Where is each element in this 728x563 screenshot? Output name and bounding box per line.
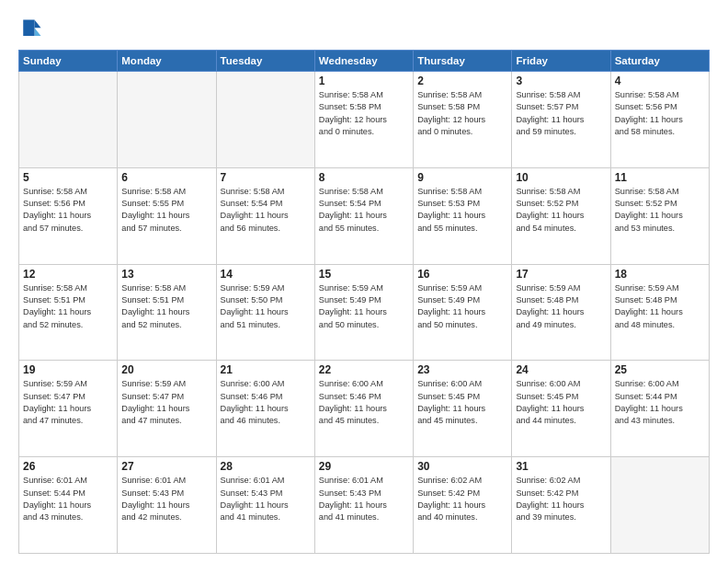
weekday-header-monday: Monday	[118, 51, 216, 72]
day-info: Sunrise: 6:01 AMSunset: 5:43 PMDaylight:…	[121, 475, 211, 523]
calendar-day-20: 20Sunrise: 5:59 AMSunset: 5:47 PMDayligh…	[118, 361, 216, 457]
day-info: Sunrise: 5:59 AMSunset: 5:49 PMDaylight:…	[417, 282, 507, 331]
svg-rect-2	[23, 20, 34, 37]
calendar-week-row: 1Sunrise: 5:58 AMSunset: 5:58 PMDaylight…	[19, 72, 710, 168]
calendar-day-empty	[118, 72, 216, 168]
day-number: 22	[319, 363, 409, 376]
calendar-day-19: 19Sunrise: 5:59 AMSunset: 5:47 PMDayligh…	[19, 361, 118, 457]
day-info: Sunrise: 5:58 AMSunset: 5:54 PMDaylight:…	[221, 186, 311, 235]
calendar-week-row: 19Sunrise: 5:59 AMSunset: 5:47 PMDayligh…	[19, 361, 710, 457]
day-number: 9	[417, 171, 507, 184]
day-number: 27	[121, 460, 211, 473]
day-info: Sunrise: 6:01 AMSunset: 5:43 PMDaylight:…	[319, 475, 409, 523]
weekday-header-saturday: Saturday	[610, 51, 709, 72]
weekday-header-tuesday: Tuesday	[216, 51, 314, 72]
day-info: Sunrise: 5:58 AMSunset: 5:54 PMDaylight:…	[319, 186, 409, 235]
day-number: 26	[23, 460, 113, 473]
day-number: 28	[221, 460, 311, 473]
day-number: 7	[221, 171, 311, 184]
day-info: Sunrise: 5:58 AMSunset: 5:51 PMDaylight:…	[23, 282, 113, 331]
day-info: Sunrise: 6:00 AMSunset: 5:46 PMDaylight:…	[221, 378, 311, 427]
calendar-day-3: 3Sunrise: 5:58 AMSunset: 5:57 PMDaylight…	[512, 72, 610, 168]
day-info: Sunrise: 6:02 AMSunset: 5:42 PMDaylight:…	[516, 475, 606, 523]
day-number: 10	[516, 171, 606, 184]
logo-icon	[18, 17, 44, 42]
calendar-week-row: 5Sunrise: 5:58 AMSunset: 5:56 PMDaylight…	[19, 167, 710, 264]
calendar-day-14: 14Sunrise: 5:59 AMSunset: 5:50 PMDayligh…	[216, 264, 314, 361]
day-number: 6	[121, 171, 211, 184]
weekday-header-sunday: Sunday	[19, 51, 118, 72]
calendar-day-31: 31Sunrise: 6:02 AMSunset: 5:42 PMDayligh…	[512, 457, 610, 554]
svg-marker-0	[35, 20, 41, 29]
weekday-header-friday: Friday	[512, 51, 610, 72]
day-info: Sunrise: 6:02 AMSunset: 5:42 PMDaylight:…	[417, 475, 507, 523]
calendar-day-16: 16Sunrise: 5:59 AMSunset: 5:49 PMDayligh…	[414, 264, 512, 361]
calendar-day-8: 8Sunrise: 5:58 AMSunset: 5:54 PMDaylight…	[314, 167, 413, 264]
svg-marker-1	[35, 28, 41, 36]
logo	[18, 17, 48, 42]
calendar-day-empty	[610, 457, 709, 554]
day-number: 17	[516, 268, 606, 281]
calendar-day-30: 30Sunrise: 6:02 AMSunset: 5:42 PMDayligh…	[414, 457, 512, 554]
day-info: Sunrise: 5:59 AMSunset: 5:48 PMDaylight:…	[516, 282, 606, 331]
calendar-day-27: 27Sunrise: 6:01 AMSunset: 5:43 PMDayligh…	[118, 457, 216, 554]
calendar-day-7: 7Sunrise: 5:58 AMSunset: 5:54 PMDaylight…	[216, 167, 314, 264]
day-number: 16	[417, 268, 507, 281]
day-number: 8	[319, 171, 409, 184]
day-number: 19	[23, 363, 113, 376]
calendar-day-9: 9Sunrise: 5:58 AMSunset: 5:53 PMDaylight…	[414, 167, 512, 264]
day-number: 3	[516, 75, 606, 87]
day-info: Sunrise: 6:00 AMSunset: 5:46 PMDaylight:…	[319, 378, 409, 427]
day-info: Sunrise: 5:58 AMSunset: 5:58 PMDaylight:…	[417, 89, 507, 138]
day-number: 5	[23, 171, 113, 184]
calendar-day-13: 13Sunrise: 5:58 AMSunset: 5:51 PMDayligh…	[118, 264, 216, 361]
weekday-header-row: SundayMondayTuesdayWednesdayThursdayFrid…	[19, 51, 710, 72]
weekday-header-wednesday: Wednesday	[314, 51, 413, 72]
day-number: 31	[516, 460, 606, 473]
calendar-day-17: 17Sunrise: 5:59 AMSunset: 5:48 PMDayligh…	[512, 264, 610, 361]
day-number: 25	[615, 363, 705, 376]
day-info: Sunrise: 5:58 AMSunset: 5:53 PMDaylight:…	[417, 186, 507, 235]
calendar-day-12: 12Sunrise: 5:58 AMSunset: 5:51 PMDayligh…	[19, 264, 118, 361]
day-number: 24	[516, 363, 606, 376]
day-info: Sunrise: 5:59 AMSunset: 5:49 PMDaylight:…	[319, 282, 409, 331]
day-info: Sunrise: 5:58 AMSunset: 5:51 PMDaylight:…	[121, 282, 211, 331]
day-number: 20	[121, 363, 211, 376]
weekday-header-thursday: Thursday	[414, 51, 512, 72]
calendar-day-22: 22Sunrise: 6:00 AMSunset: 5:46 PMDayligh…	[314, 361, 413, 457]
day-info: Sunrise: 5:59 AMSunset: 5:47 PMDaylight:…	[121, 378, 211, 427]
calendar-day-18: 18Sunrise: 5:59 AMSunset: 5:48 PMDayligh…	[610, 264, 709, 361]
day-number: 2	[417, 75, 507, 87]
calendar-day-28: 28Sunrise: 6:01 AMSunset: 5:43 PMDayligh…	[216, 457, 314, 554]
day-info: Sunrise: 5:58 AMSunset: 5:52 PMDaylight:…	[516, 186, 606, 235]
day-number: 1	[319, 75, 409, 87]
day-info: Sunrise: 5:58 AMSunset: 5:56 PMDaylight:…	[615, 89, 705, 138]
day-info: Sunrise: 5:59 AMSunset: 5:50 PMDaylight:…	[221, 282, 311, 331]
calendar-day-24: 24Sunrise: 6:00 AMSunset: 5:45 PMDayligh…	[512, 361, 610, 457]
calendar-day-25: 25Sunrise: 6:00 AMSunset: 5:44 PMDayligh…	[610, 361, 709, 457]
day-number: 11	[615, 171, 705, 184]
page: SundayMondayTuesdayWednesdayThursdayFrid…	[0, 0, 728, 563]
calendar-day-15: 15Sunrise: 5:59 AMSunset: 5:49 PMDayligh…	[314, 264, 413, 361]
day-info: Sunrise: 5:58 AMSunset: 5:55 PMDaylight:…	[121, 186, 211, 235]
day-number: 23	[417, 363, 507, 376]
day-info: Sunrise: 6:00 AMSunset: 5:45 PMDaylight:…	[516, 378, 606, 427]
day-info: Sunrise: 5:59 AMSunset: 5:47 PMDaylight:…	[23, 378, 113, 427]
calendar-day-2: 2Sunrise: 5:58 AMSunset: 5:58 PMDaylight…	[414, 72, 512, 168]
calendar-day-21: 21Sunrise: 6:00 AMSunset: 5:46 PMDayligh…	[216, 361, 314, 457]
day-info: Sunrise: 5:59 AMSunset: 5:48 PMDaylight:…	[615, 282, 705, 331]
calendar-day-11: 11Sunrise: 5:58 AMSunset: 5:52 PMDayligh…	[610, 167, 709, 264]
header	[18, 17, 710, 42]
calendar-day-empty	[216, 72, 314, 168]
day-info: Sunrise: 6:01 AMSunset: 5:43 PMDaylight:…	[221, 475, 311, 523]
calendar-table: SundayMondayTuesdayWednesdayThursdayFrid…	[18, 50, 710, 554]
day-number: 14	[221, 268, 311, 281]
day-info: Sunrise: 5:58 AMSunset: 5:57 PMDaylight:…	[516, 89, 606, 138]
calendar-week-row: 12Sunrise: 5:58 AMSunset: 5:51 PMDayligh…	[19, 264, 710, 361]
day-info: Sunrise: 5:58 AMSunset: 5:56 PMDaylight:…	[23, 186, 113, 235]
day-info: Sunrise: 5:58 AMSunset: 5:58 PMDaylight:…	[319, 89, 409, 138]
day-number: 15	[319, 268, 409, 281]
day-info: Sunrise: 5:58 AMSunset: 5:52 PMDaylight:…	[615, 186, 705, 235]
day-info: Sunrise: 6:00 AMSunset: 5:44 PMDaylight:…	[615, 378, 705, 427]
calendar-day-23: 23Sunrise: 6:00 AMSunset: 5:45 PMDayligh…	[414, 361, 512, 457]
